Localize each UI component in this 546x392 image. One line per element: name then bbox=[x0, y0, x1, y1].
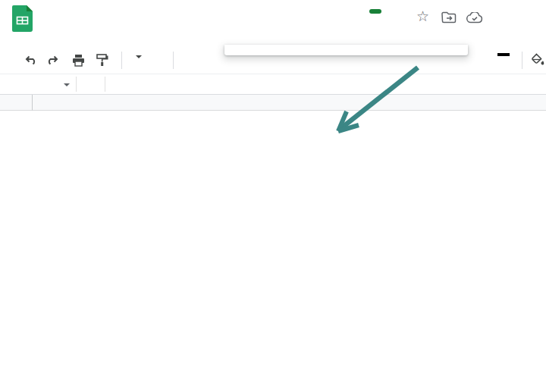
name-box-caret-icon[interactable] bbox=[64, 83, 70, 86]
cloud-saved-icon[interactable] bbox=[466, 12, 483, 24]
zoom-control[interactable] bbox=[130, 55, 142, 58]
data-menu-dropdown bbox=[224, 45, 468, 55]
chevron-down-icon bbox=[136, 55, 142, 58]
sheets-icon bbox=[12, 5, 33, 32]
star-icon[interactable]: ☆ bbox=[416, 8, 429, 25]
text-color-bar bbox=[497, 53, 510, 56]
print-icon[interactable] bbox=[72, 54, 85, 67]
column-header-strip bbox=[0, 95, 546, 111]
move-to-folder-icon[interactable] bbox=[441, 11, 457, 24]
toolbar-divider bbox=[173, 52, 174, 69]
toolbar-divider bbox=[121, 52, 122, 69]
fill-color-icon[interactable] bbox=[531, 53, 544, 67]
text-color-button[interactable] bbox=[497, 52, 510, 56]
select-all-corner[interactable] bbox=[0, 95, 33, 111]
formula-bar-divider bbox=[105, 77, 105, 92]
paint-format-icon[interactable] bbox=[96, 54, 109, 67]
xlsx-file-badge bbox=[369, 9, 381, 14]
redo-icon[interactable] bbox=[46, 54, 59, 66]
undo-icon[interactable] bbox=[24, 54, 38, 66]
formula-bar bbox=[0, 74, 546, 95]
toolbar-divider bbox=[522, 52, 522, 69]
spreadsheet-grid bbox=[0, 95, 546, 392]
formula-bar-divider bbox=[76, 77, 77, 92]
